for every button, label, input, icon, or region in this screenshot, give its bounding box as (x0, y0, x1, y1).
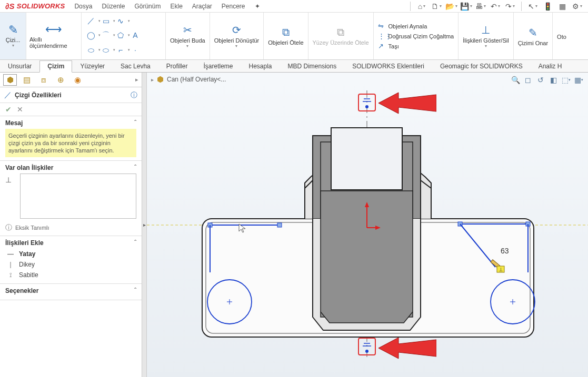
tab-hesapla[interactable]: Hesapla (241, 60, 280, 72)
traffic-light-icon[interactable]: 🚦 (542, 1, 553, 12)
property-header: ／ Çizgi Özellikleri ⓘ (0, 87, 142, 103)
chevron-up-icon[interactable]: ˆ (134, 119, 136, 127)
redo-icon[interactable]: ↷▾ (504, 1, 516, 12)
section-message-head: Mesaj (5, 119, 23, 127)
ribbon-mirror-button[interactable]: ⇋Objeleri Aynala (378, 22, 454, 30)
menu-star-icon[interactable]: ✦ (255, 3, 260, 10)
confirm-row: ✔ ✕ (0, 103, 142, 116)
arc-tool-icon[interactable]: ⌒▾ (99, 29, 112, 41)
relation-icon: ⊥ (5, 174, 17, 184)
command-tabs: Unsurlar Çizim Yüzeyler Sac Levha Profil… (0, 60, 588, 73)
ribbon-oto-button[interactable]: Oto (553, 13, 571, 59)
text-tool-icon[interactable]: A (129, 29, 142, 41)
add-relation-vertical[interactable]: |Dikey (5, 259, 136, 270)
section-options: Seçeneklerˆ (0, 283, 142, 300)
message-body: Geçerli çizginin ayarlarını düzenleyin, … (5, 129, 136, 157)
fm-tabs-expand-icon[interactable]: ▸ (135, 76, 138, 83)
ribbon-move-button[interactable]: ↗Taşı (378, 42, 454, 50)
ribbon-sketch-button[interactable]: ✎ Çizi... ▾ (0, 13, 26, 59)
under-defined-label: Eksik Tanımlı (15, 225, 49, 231)
fm-tab-config-icon[interactable]: ⧈ (37, 74, 51, 86)
menu-gorunum[interactable]: Görünüm (134, 3, 161, 10)
tab-analiz[interactable]: Analiz H (531, 60, 570, 72)
ribbon-repair-button[interactable]: ✎ Çizimi Onar (514, 13, 553, 59)
svg-text:⊥: ⊥ (499, 267, 503, 272)
save-icon[interactable]: 💾▾ (460, 1, 472, 12)
menubar: ∂S SOLIDWORKS Dosya Düzenle Görünüm Ekle… (0, 0, 588, 13)
svg-marker-36 (378, 338, 436, 359)
ellipse-tool-icon[interactable]: ⬭▾ (99, 44, 112, 56)
ribbon-offset-label: Objeleri Ötele (268, 39, 303, 46)
print-icon[interactable]: 🖶▾ (475, 1, 486, 12)
trim-icon: ✂ (183, 24, 192, 36)
ribbon-show-relations-label: İlişkileri Göster/Sil (463, 37, 509, 44)
tab-unsurlar[interactable]: Unsurlar (0, 60, 39, 72)
menu-ekle[interactable]: Ekle (170, 3, 182, 10)
menu-duzenle[interactable]: Düzenle (102, 3, 125, 10)
property-title: Çizgi Özellikleri (15, 91, 62, 99)
rectangle-tool-icon[interactable]: ▭▾ (99, 15, 112, 27)
add-relation-fix[interactable]: ⟟Sabitle (5, 270, 136, 280)
tab-geomagic[interactable]: Geomagic for SOLIDWORKS (432, 60, 531, 72)
select-icon[interactable]: ↖▾ (527, 1, 539, 12)
tab-isaretleme[interactable]: İşaretleme (195, 60, 241, 72)
ribbon-offset-button[interactable]: ⧉ Objeleri Ötele (264, 13, 308, 59)
spline-tool-icon[interactable]: ∿▾ (114, 15, 127, 27)
fm-tab-property-icon[interactable]: ▤ (20, 74, 34, 86)
cancel-icon[interactable]: ✕ (17, 105, 23, 114)
slot-tool-icon[interactable]: ⬭▾ (85, 44, 97, 56)
tab-cizim[interactable]: Çizim (39, 60, 72, 73)
polygon-tool-icon[interactable]: ⬠▾ (114, 29, 127, 41)
fm-tab-appearance-icon[interactable]: ◉ (71, 74, 84, 86)
menu-dosya[interactable]: Dosya (74, 3, 92, 10)
ribbon-smart-dimension-button[interactable]: ⟷ Akıllı ölçümlendirme (26, 13, 82, 59)
menu-pencere[interactable]: Pencere (222, 3, 245, 10)
fillet-tool-icon[interactable]: ⌐▾ (114, 44, 127, 56)
callout-top-arrow-icon (378, 87, 436, 119)
existing-relations-list[interactable] (20, 174, 136, 219)
ribbon-convert-button[interactable]: ⟳ Objeleri Dönüştür ▾ (210, 13, 264, 59)
home-icon[interactable]: ⌂▾ (416, 1, 427, 12)
ribbon-pattern-group: ⇋Objeleri Aynala ⋮⋮Doğrusal Çizim Çoğalt… (374, 13, 459, 59)
fm-tab-dimxpert-icon[interactable]: ⊕ (54, 74, 67, 86)
relations-icon: ⊥ (481, 24, 490, 36)
toolbar-icons: ⌂▾ 🗋▾ 📂▾ 💾▾ 🖶▾ ↶▾ ↷▾ ↖▾ 🚦 ▦ ⚙▾ (408, 1, 583, 12)
chevron-up-icon[interactable]: ˆ (134, 239, 136, 247)
sidebar-collapse-handle[interactable]: ▸ (142, 73, 147, 377)
ribbon-linear-pattern-button[interactable]: ⋮⋮Doğrusal Çizim Çoğaltma (378, 32, 454, 40)
point-tool-icon[interactable]: · (129, 44, 142, 56)
tab-sac-levha[interactable]: Sac Levha (113, 60, 158, 72)
tab-eklentiler[interactable]: SOLIDWORKS Eklentileri (344, 60, 432, 72)
circle-tool-icon[interactable]: ◯▾ (85, 29, 97, 41)
surface-offset-icon: ⧉ (337, 26, 344, 38)
dimension-icon: ⟷ (45, 23, 62, 36)
menu-araclar[interactable]: Araçlar (192, 3, 212, 10)
open-icon[interactable]: 📂▾ (445, 1, 457, 12)
fm-tab-feature-tree-icon[interactable]: ⬢ (3, 74, 17, 86)
tab-yuzeyler[interactable]: Yüzeyler (72, 60, 113, 72)
tab-mbd[interactable]: MBD Dimensions (280, 60, 345, 72)
ribbon-trim-button[interactable]: ✂ Objeleri Buda ▾ (166, 13, 210, 59)
ribbon-show-relations-button[interactable]: ⊥ İlişkileri Göster/Sil ▾ (459, 13, 513, 59)
settings-icon[interactable]: ⚙▾ (571, 1, 583, 12)
form-icon[interactable]: ▦ (556, 1, 568, 12)
move-icon: ↗ (378, 42, 386, 50)
property-manager: ⬢ ▤ ⧈ ⊕ ◉ ▸ ／ Çizgi Özellikleri ⓘ ✔ ✕ Me… (0, 73, 142, 377)
add-relation-horizontal[interactable]: —Yatay (5, 249, 136, 259)
chevron-up-icon[interactable]: ˆ (134, 164, 136, 171)
graphics-viewport[interactable]: ▸ ⬢ Can (Half Overlay<... 🔍 ◻ ↺ ◧ ⬚▾ ▦▾ (147, 73, 588, 377)
svg-rect-14 (277, 223, 282, 227)
undo-icon[interactable]: ↶▾ (490, 1, 501, 12)
linear-pattern-icon: ⋮⋮ (378, 32, 386, 40)
tab-profiller[interactable]: Profiller (158, 60, 196, 72)
help-icon[interactable]: ⓘ (131, 90, 137, 100)
chevron-up-icon[interactable]: ˆ (134, 287, 136, 294)
svg-rect-2 (331, 128, 402, 190)
section-options-head: Seçenekler (5, 287, 38, 294)
repair-icon: ✎ (529, 26, 537, 39)
line-tool-icon[interactable]: ／▾ (85, 15, 97, 27)
ribbon-sketch-label: Çizi... (6, 37, 21, 43)
horizontal-icon: — (6, 250, 15, 258)
new-icon[interactable]: 🗋▾ (431, 1, 442, 12)
ok-icon[interactable]: ✔ (5, 105, 12, 114)
